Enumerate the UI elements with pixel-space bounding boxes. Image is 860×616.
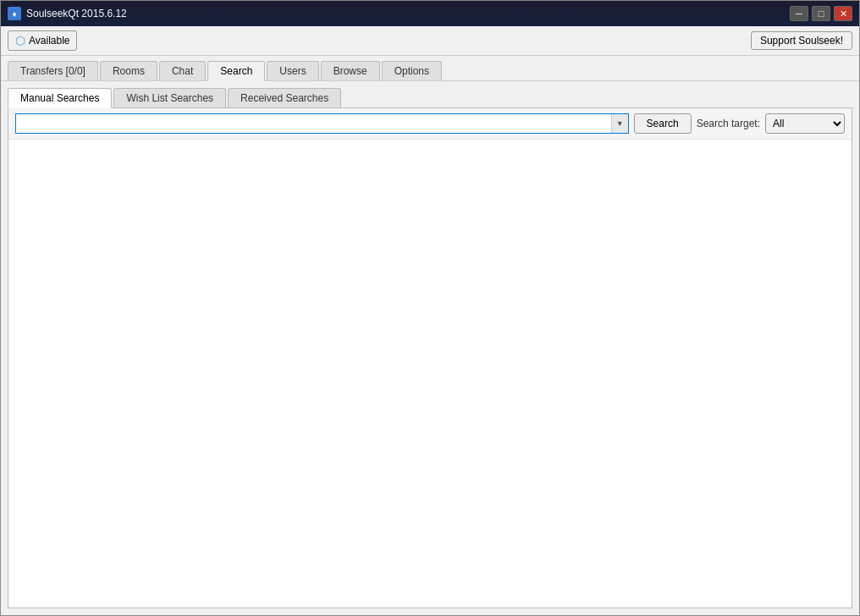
support-button[interactable]: Support Soulseek!: [751, 31, 852, 50]
search-target-select[interactable]: AllEverywhereRoomUser: [765, 113, 845, 134]
minimize-button[interactable]: ─: [790, 6, 808, 21]
sub-tabs: Manual SearchesWish List SearchesReceive…: [8, 88, 852, 107]
search-input[interactable]: [16, 114, 611, 133]
main-tab-search[interactable]: Search: [207, 61, 265, 81]
available-icon: ⬡: [15, 34, 25, 47]
main-tabs: Transfers [0/0]RoomsChatSearchUsersBrows…: [1, 56, 859, 81]
window-title: SoulseekQt 2015.6.12: [26, 8, 127, 19]
main-tab-browse[interactable]: Browse: [321, 61, 380, 80]
search-input-wrapper: ▼: [15, 113, 629, 134]
search-target-label: Search target:: [697, 118, 760, 129]
main-tab-transfers------[interactable]: Transfers [0/0]: [8, 61, 98, 80]
main-window: ♦ SoulseekQt 2015.6.12 ─ □ ✕ ⬡ Available…: [0, 0, 860, 616]
sub-tab-wish-list-searches[interactable]: Wish List Searches: [113, 88, 226, 107]
sub-tab-manual-searches[interactable]: Manual Searches: [8, 88, 112, 108]
window-controls: ─ □ ✕: [790, 6, 852, 21]
toolbar: ⬡ Available Support Soulseek!: [1, 26, 859, 56]
search-button[interactable]: Search: [634, 113, 692, 134]
sub-tab-received-searches[interactable]: Received Searches: [228, 88, 341, 107]
close-button[interactable]: ✕: [834, 6, 852, 21]
main-tab-users[interactable]: Users: [267, 61, 318, 80]
available-button[interactable]: ⬡ Available: [8, 30, 77, 51]
search-dropdown-button[interactable]: ▼: [611, 114, 628, 133]
search-results: [8, 140, 852, 608]
available-label: Available: [29, 35, 69, 47]
title-bar: ♦ SoulseekQt 2015.6.12 ─ □ ✕: [1, 1, 859, 26]
title-bar-left: ♦ SoulseekQt 2015.6.12: [8, 7, 127, 20]
search-bar: ▼ Search Search target: AllEverywhereRoo…: [8, 108, 852, 140]
app-icon: ♦: [8, 7, 21, 20]
main-tab-rooms[interactable]: Rooms: [100, 61, 157, 80]
search-panel: ▼ Search Search target: AllEverywhereRoo…: [8, 107, 852, 608]
content-area: Manual SearchesWish List SearchesReceive…: [1, 81, 859, 615]
main-tab-chat[interactable]: Chat: [159, 61, 206, 80]
toolbar-left: ⬡ Available: [8, 30, 77, 51]
main-tab-options[interactable]: Options: [382, 61, 442, 80]
maximize-button[interactable]: □: [812, 6, 830, 21]
